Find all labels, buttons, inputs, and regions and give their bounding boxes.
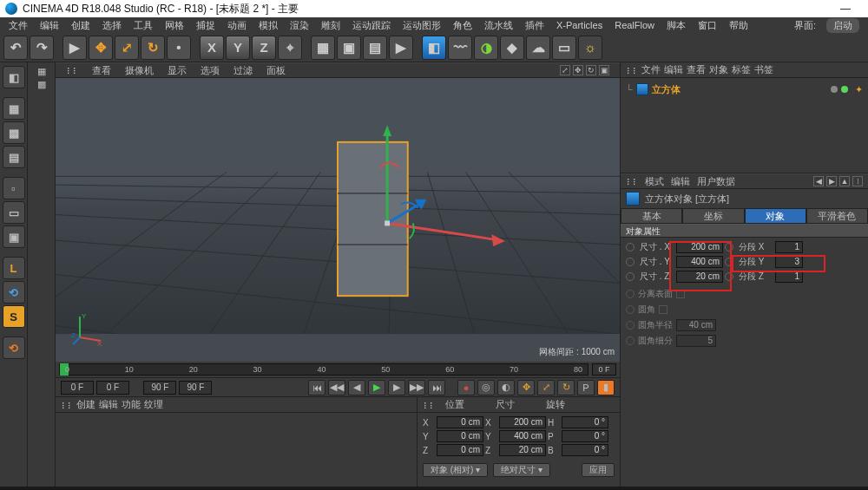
menu-pipe[interactable]: 流水线 [479,17,518,34]
timeline-frame-a[interactable]: 0 F [592,363,616,376]
next-frame-button[interactable]: ▶ [388,380,405,395]
make-editable-button[interactable]: ◧ [3,66,25,88]
move-tool[interactable]: ✥ [89,36,113,60]
recent-tool[interactable]: • [167,36,191,60]
goto-start-button[interactable]: ⏮ [308,380,326,395]
menu-rf[interactable]: RealFlow [609,18,660,32]
attr-nav-back[interactable]: ◀ [813,176,824,186]
add-deformer-button[interactable]: ◆ [500,36,524,60]
mat-func[interactable]: 功能 [122,398,141,411]
anim-dot[interactable] [725,258,733,266]
mat-edit[interactable]: 编辑 [99,398,118,411]
object-name[interactable]: 立方体 [652,83,681,96]
pos-x-field[interactable]: 0 cm [437,416,483,428]
coord-size-dropdown[interactable]: 绝对尺寸 ▾ [493,463,550,477]
separate-checkbox[interactable] [676,290,685,298]
coord-apply-button[interactable]: 应用 [582,463,615,477]
render-settings-button[interactable]: ▤ [363,36,387,60]
menu-mesh[interactable]: 网格 [160,17,189,34]
workplane-mode[interactable]: ▤ [3,146,25,168]
window-minimize-button[interactable]: — [828,3,863,15]
render-region-button[interactable]: ▣ [337,36,361,60]
live-select-tool[interactable]: ▶ [62,36,87,60]
x-axis-lock[interactable]: X [200,36,224,60]
vp-panel[interactable]: 面板 [261,63,291,78]
vp-options[interactable]: 选项 [195,63,225,78]
y-axis-lock[interactable]: Y [226,36,250,60]
menu-file[interactable]: 文件 [3,17,33,34]
menu-char[interactable]: 角色 [448,17,477,34]
point-mode[interactable]: ▫ [3,177,25,199]
size-z-field[interactable]: 20 cm [499,444,546,456]
tweak-mode[interactable]: ⟲ [3,281,25,304]
menu-anim[interactable]: 动画 [222,17,252,34]
menu-window[interactable]: 窗口 [693,17,722,34]
anim-dot[interactable] [725,243,733,252]
menu-edit[interactable]: 编辑 [35,17,64,34]
next-key-button[interactable]: ▶▶ [408,380,425,395]
add-generator-button[interactable]: ◑ [474,36,498,60]
menu-mograph[interactable]: 运动图形 [398,17,446,34]
model-mode[interactable]: ▦ [3,97,25,120]
vp-btn-2[interactable]: ✥ [573,65,583,75]
attr-edit[interactable]: 编辑 [671,175,690,188]
add-environment-button[interactable]: ☁ [526,36,550,60]
goto-end-button[interactable]: ⏭ [428,380,445,395]
menu-sculpt[interactable]: 雕刻 [316,17,345,34]
scale-tool[interactable]: ⤢ [115,36,139,60]
palette-a[interactable]: ▦ [37,66,46,77]
seg-z-input[interactable]: 1 [775,271,803,283]
vp-btn-1[interactable]: ⤢ [560,65,570,75]
pos-y-field[interactable]: 0 cm [437,430,483,442]
attr-nav-fwd[interactable]: ▶ [826,176,837,186]
menu-help[interactable]: 帮助 [724,17,753,34]
record-button[interactable]: ● [457,380,475,395]
size-y-field[interactable]: 400 cm [499,430,546,442]
menu-plugin[interactable]: 插件 [520,17,549,34]
add-camera-button[interactable]: ▭ [552,36,576,60]
tab-object[interactable]: 对象 [745,208,806,224]
axis-mode[interactable]: L [3,257,25,279]
coord-mode-dropdown[interactable]: 对象 (相对) ▾ [423,463,488,477]
range-start[interactable]: 0 F [61,381,94,395]
menu-render[interactable]: 渲染 [285,17,314,34]
menu-track[interactable]: 运动跟踪 [347,17,396,34]
vp-view[interactable]: 查看 [87,63,116,78]
layout-selector[interactable]: 启动 [826,18,859,33]
key-sel-button[interactable]: ◐ [497,380,515,395]
frame-current[interactable]: 0 F [96,381,129,395]
attr-user[interactable]: 用户数据 [697,175,735,188]
om-tag[interactable]: 标签 [732,63,751,76]
size-x-input[interactable]: 200 cm [676,241,723,253]
rot-b-field[interactable]: 0 ° [562,444,608,456]
snap-toggle[interactable]: S [3,305,25,328]
palette-b[interactable]: ▩ [37,79,46,90]
vp-display[interactable]: 显示 [162,63,192,78]
size-x-field[interactable]: 200 cm [499,416,546,428]
seg-x-input[interactable]: 1 [775,241,803,253]
fillet-radius-input[interactable]: 40 cm [676,319,716,331]
rotate-tool[interactable]: ↻ [141,36,165,60]
size-y-input[interactable]: 400 cm [676,256,723,268]
key-rot-button[interactable]: ↻ [557,380,575,395]
rot-h-field[interactable]: 0 ° [562,416,608,428]
menu-create[interactable]: 创建 [66,17,95,34]
menu-script[interactable]: 脚本 [661,17,691,34]
viewport-canvas[interactable]: 透视视图 [56,78,620,362]
anim-dot[interactable] [626,272,635,281]
menu-xp[interactable]: X-Particles [551,18,608,32]
fillet-checkbox[interactable] [659,305,667,314]
coord-system[interactable]: ⌖ [278,36,302,60]
om-obj[interactable]: 对象 [709,63,728,76]
attr-nav-up[interactable]: ▲ [839,176,850,186]
play-fwd-button[interactable]: ▶ [368,380,385,395]
edge-mode[interactable]: ▭ [3,201,25,224]
key-pla-button[interactable]: ▮ [597,380,615,395]
key-pos-button[interactable]: ✥ [517,380,535,395]
texture-mode[interactable]: ▩ [3,121,25,144]
fillet-sub-input[interactable]: 5 [676,335,716,347]
range-end[interactable]: 90 F [143,381,176,395]
mat-create[interactable]: 创建 [76,398,95,411]
magnet-button[interactable]: ⟲ [3,336,25,359]
vp-btn-4[interactable]: ▣ [599,65,609,75]
